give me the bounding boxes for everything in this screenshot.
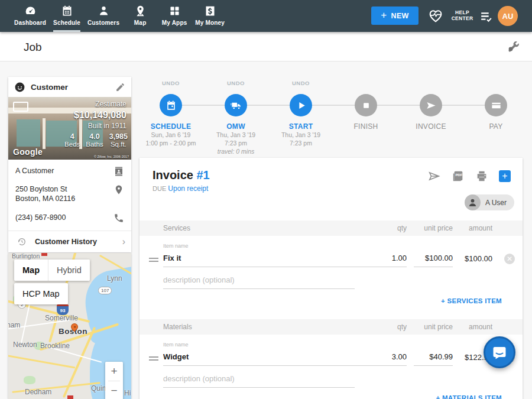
history-clock-icon [17,237,27,246]
customer-history-row[interactable]: Customer History › [8,231,131,252]
street-view-toggle-icon[interactable] [13,102,28,112]
fact-sqft: 3,985 Sq.ft. [109,132,128,148]
service-item-name-input[interactable] [163,254,395,267]
item-name-label: Item name [163,342,189,348]
page-header: Job [0,32,532,61]
stop-icon [361,100,372,111]
omw-step-button[interactable] [225,94,247,116]
send-icon [426,100,437,111]
material-item-name-input[interactable] [163,352,395,366]
chevron-right-icon: › [122,236,125,247]
heart-pulse-icon[interactable] [427,8,444,24]
credit-card-icon[interactable] [485,94,507,116]
step-time: 7:23 pm [268,139,333,147]
road [8,355,75,369]
drag-handle[interactable] [149,356,158,362]
undo-start-link[interactable]: UNDO [268,80,333,87]
nav-item-my-apps[interactable]: My Apps [157,0,192,32]
nav-item-my-money[interactable]: My Money [192,0,228,32]
map-type-button-hybrid[interactable]: Hybrid [48,259,90,281]
add-invoice-item-button[interactable]: + [499,170,511,182]
service-item-qty-input[interactable] [365,254,407,267]
property-facts: 4 Beds 4.0 Baths 3,985 Sq.ft. [64,132,128,148]
nav-items: Dashboard Schedule Customers Map My Apps [11,0,228,32]
due-terms-link[interactable]: Upon receipt [168,184,208,193]
chat-bubble-icon [492,345,507,360]
start-step-button[interactable] [290,94,312,116]
map-type-button-map[interactable]: Map [14,259,48,281]
hcp-map-button[interactable]: HCP Map [14,283,68,304]
job-tools-icon[interactable] [506,40,520,54]
zillow-copyright: © Zillow, Inc. 2006-2017 [94,155,129,158]
assigned-user-pill[interactable]: A User [465,194,514,210]
invoice-number[interactable]: #1 [196,168,209,181]
timeline-step-pay: PAY [463,80,528,155]
material-item-description-input[interactable] [163,374,355,388]
material-item-qty-input[interactable] [365,352,407,366]
material-item-price-input[interactable] [414,352,453,366]
add-materials-item-link[interactable]: + MATERIALS ITEM [436,394,502,399]
highway-mark [41,253,47,256]
town-label-burlington: Burlington [12,253,40,259]
invoice-step-button[interactable] [420,94,442,116]
print-icon[interactable] [475,170,488,183]
customer-card-title: Customer [31,83,68,92]
town-label-somerville: Somerville [45,314,78,322]
send-invoice-icon[interactable] [428,170,441,183]
timeline-step-invoice: INVOICE [398,80,463,155]
delete-service-item-button[interactable]: ✕ [504,254,515,264]
list-check-icon[interactable] [479,9,494,24]
nav-label: My Apps [162,20,187,26]
play-icon [296,100,307,111]
built-year: Built in 1911 [88,122,126,130]
new-button-label: NEW [391,12,409,20]
drag-handle[interactable] [149,258,158,264]
top-navbar: Dashboard Schedule Customers Map My Apps [0,0,532,32]
town-label-lynn: Lynn [107,274,122,283]
edit-pencil-icon[interactable] [115,82,125,92]
pdf-icon[interactable]: PDF [452,170,465,183]
customer-card: Customer Zestimate $10,149,080 Built in … [8,77,131,252]
nav-item-schedule[interactable]: Schedule [50,0,84,32]
customer-card-header: Customer [8,77,131,97]
zestimate-value: $10,149,080 [74,110,126,121]
schedule-step-button[interactable] [160,94,182,116]
service-item-description-input[interactable] [163,275,355,289]
chat-launcher-button[interactable] [484,336,515,368]
invoice-due: DUE Upon receipt [153,184,208,193]
town-label-dedham: Dedham [25,388,51,396]
map-canvas[interactable]: Burlington Lynn 107 2 93 Somerville ham … [8,253,131,399]
property-photo[interactable]: Zestimate $10,149,080 Built in 1911 4 Be… [8,97,131,160]
add-services-item-link[interactable]: + SERVICES ITEM [441,297,502,304]
step-time: 1:00 pm - 2:00 pm [138,139,203,147]
customer-phone: (234) 567-8900 [15,213,66,222]
location-pin-icon[interactable] [113,184,124,195]
item-name-label: Item name [163,243,189,249]
service-item-price-input[interactable] [414,254,453,267]
zestimate-label: Zestimate [95,100,126,108]
phone-icon[interactable] [113,213,124,223]
undo-schedule-link[interactable]: UNDO [138,80,203,87]
nav-item-dashboard[interactable]: Dashboard [11,0,50,32]
town-label-waltham: ham [8,321,20,329]
nav-label: My Money [195,20,225,26]
zoom-in-button[interactable]: + [105,362,123,381]
undo-omw-link[interactable]: UNDO [203,80,268,87]
finish-step-button[interactable] [355,94,377,116]
customer-address: 250 Boylston St Boston, MA 02116 [15,184,75,203]
user-avatar[interactable]: AU [498,6,518,26]
contact-card-icon[interactable] [113,166,124,177]
help-center-link[interactable]: HELP CENTER [447,9,478,21]
nav-item-map[interactable]: Map [123,0,157,32]
step-label: SCHEDULE [138,122,203,131]
nav-item-customers[interactable]: Customers [84,0,123,32]
invoice-card: Invoice #1 DUE Upon receipt PDF + A User… [140,158,523,399]
calendar-icon [166,100,177,111]
customer-phone-row: (234) 567-8900 [8,205,131,225]
new-button[interactable]: + NEW [371,7,419,25]
job-status-timeline: UNDO SCHEDULE Sun, Jan 6 '19 1:00 pm - 2… [138,80,528,154]
map-pin-icon [134,5,147,17]
apps-grid-icon [168,5,181,17]
zoom-out-button[interactable]: − [105,381,123,399]
services-section-header: Services qty unit price amount [140,220,523,236]
